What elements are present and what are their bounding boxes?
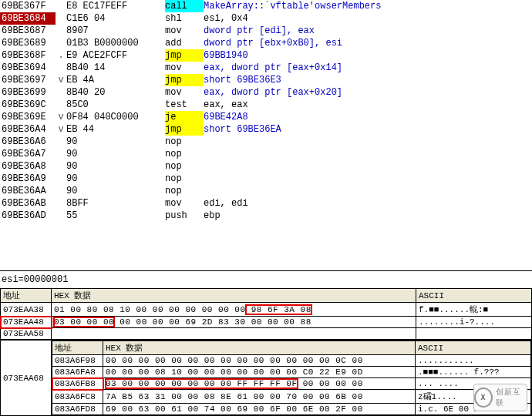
- watermark-logo: X创新互联: [473, 384, 527, 411]
- disasm-row[interactable]: 69BE36A990nop: [0, 173, 532, 185]
- mnemonic-cell: nop: [165, 160, 204, 173]
- dump-row[interactable]: 083A6FB803 00 00 00 00 00 00 00 FF FF FF…: [52, 378, 531, 390]
- disasm-row[interactable]: 69BE3684C1E6 04shlesi, 0x4: [0, 12, 532, 25]
- disassembly-listing[interactable]: 69BE367FE8 EC17FEFFcallMakeArray::`vftab…: [0, 0, 532, 271]
- dump-hex: 03 00 00 00 00 00 00 00 69 2D 83 30 00 0…: [52, 317, 416, 328]
- bytes-cell: 85C0: [66, 99, 165, 111]
- disasm-row[interactable]: 69BE36AA90nop: [0, 185, 532, 197]
- disasm-row[interactable]: 69BE36AB8BFFmovedi, edi: [0, 197, 532, 210]
- operand-cell: MakeArray::`vftable'owserMembers: [204, 0, 532, 12]
- addr-cell: 69BE36AD: [0, 210, 56, 222]
- disasm-row[interactable]: 69BE36A4vEB 44jmpshort 69BE36EA: [0, 123, 532, 136]
- addr-cell: 69BE3689: [0, 37, 56, 49]
- addr-cell: 69BE368F: [0, 49, 56, 62]
- dump-addr: 073EAA38: [1, 303, 52, 317]
- operand-cell: dword ptr [ebx+0xB0], esi: [204, 37, 532, 49]
- addr-cell: 69BE3697: [0, 74, 56, 86]
- dump-row[interactable]: 083A6FA800 00 00 08 10 00 00 00 00 00 00…: [52, 367, 531, 378]
- col-header-address: 地址: [1, 289, 52, 303]
- dump-row[interactable]: 083A6F9800 00 00 00 00 00 00 00 00 00 00…: [52, 355, 531, 367]
- mnemonic-cell: je: [165, 111, 204, 123]
- mnemonic-cell: nop: [165, 173, 204, 185]
- dump-ascii: ........i-?....: [416, 317, 532, 328]
- bytes-cell: 8BFF: [66, 197, 165, 210]
- disasm-row[interactable]: 69BE36A890nop: [0, 160, 532, 173]
- disasm-row[interactable]: 69BE36AD55pushebp: [0, 210, 532, 222]
- dump-hex: 00 00 00 08 10 00 00 00 00 00 00 00 C0 2…: [103, 367, 416, 378]
- disasm-row[interactable]: 69BE368F.E9 ACE2FCFFjmp69BB1940: [0, 49, 532, 62]
- dump-hex: 69 00 63 00 61 00 74 00 69 00 6F 00 6E 0…: [103, 404, 416, 415]
- mnemonic-cell: jmp: [165, 49, 204, 62]
- hex-dump-table-2[interactable]: 地址HEX 数据ASCII083A6F9800 00 00 00 00 00 0…: [52, 341, 531, 415]
- mnemonic-cell: call: [165, 0, 204, 12]
- mnemonic-cell: nop: [165, 185, 204, 197]
- bytes-cell: E8 EC17FEFF: [66, 0, 165, 12]
- dump-row[interactable]: 073EAA58: [1, 328, 532, 340]
- bytes-cell: 01B3 B0000000: [66, 37, 165, 49]
- addr-cell: 69BE36AB: [0, 197, 56, 210]
- operand-cell: edi, edi: [204, 197, 532, 210]
- mnemonic-cell: mov: [165, 197, 204, 210]
- col-header-ascii: ASCII: [416, 289, 532, 303]
- dump-ascii: [416, 328, 532, 340]
- dump-addr: 083A6FD8: [52, 404, 103, 415]
- dump-ascii: f.■■......輥:■: [416, 303, 532, 317]
- operand-cell: eax, dword ptr [eax+0x14]: [204, 62, 532, 74]
- disasm-row[interactable]: 69BE36A790nop: [0, 148, 532, 160]
- bytes-cell: C1E6 04: [66, 12, 165, 25]
- addr-cell: 69BE3687: [0, 25, 56, 37]
- disasm-row[interactable]: 69BE36A690nop: [0, 136, 532, 148]
- operand-cell: short 69BE36EA: [204, 123, 532, 136]
- operand-cell: dword ptr [edi], eax: [204, 25, 532, 37]
- mnemonic-cell: nop: [165, 136, 204, 148]
- addr-cell: 69BE36A6: [0, 136, 56, 148]
- dump-row[interactable]: 073EAA3801 00 80 08 10 00 00 00 00 00 00…: [1, 303, 532, 317]
- dump-row[interactable]: 083A6FD869 00 63 00 61 00 74 00 69 00 6F…: [52, 404, 531, 415]
- addr-cell: 69BE36AA: [0, 185, 56, 197]
- addr-cell: 69BE3699: [0, 86, 56, 99]
- dump-hex: 03 00 00 00 00 00 00 00 FF FF FF 0F 00 0…: [103, 378, 416, 390]
- disasm-row[interactable]: 69BE368901B3 B0000000adddword ptr [ebx+0…: [0, 37, 532, 49]
- disasm-row[interactable]: 69BE369Ev0F84 040C0000je69BE42A8: [0, 111, 532, 123]
- disasm-row[interactable]: 69BE3697vEB 4Ajmpshort 69BE36E3: [0, 74, 532, 86]
- addr-cell: 69BE36A8: [0, 160, 56, 173]
- dump-hex: [52, 328, 416, 340]
- disasm-row[interactable]: 69BE367FE8 EC17FEFFcallMakeArray::`vftab…: [0, 0, 532, 12]
- bytes-cell: EB 44: [66, 123, 165, 136]
- bytes-cell: 90: [66, 160, 165, 173]
- gutter-arrow: .: [56, 49, 66, 62]
- dump-hex: 00 00 00 00 00 00 00 00 00 00 00 00 00 0…: [103, 355, 416, 367]
- disasm-row[interactable]: 69BE36878907movdword ptr [edi], eax: [0, 25, 532, 37]
- bytes-cell: 8B40 14: [66, 62, 165, 74]
- dump-addr: 083A6F98: [52, 355, 103, 367]
- dump-hex: 01 00 80 08 10 00 00 00 00 00 00 00 98 6…: [52, 303, 416, 317]
- dump-addr: 083A6FA8: [52, 367, 103, 378]
- gutter-arrow: v: [56, 74, 66, 86]
- disasm-row[interactable]: 69BE36948B40 14moveax, dword ptr [eax+0x…: [0, 62, 532, 74]
- bytes-cell: 8907: [66, 25, 165, 37]
- dump-addr: 083A6FB8: [52, 378, 103, 390]
- mnemonic-cell: mov: [165, 86, 204, 99]
- hex-dump-table-1[interactable]: 地址 HEX 数据 ASCII 073EAA3801 00 80 08 10 0…: [0, 288, 532, 340]
- col-header-addr: 地址: [52, 341, 103, 355]
- addr-cell: 69BE36A4: [0, 123, 56, 136]
- dump-addr: 073EAA58: [1, 328, 52, 340]
- disasm-row[interactable]: 69BE36998B40 20moveax, dword ptr [eax+0x…: [0, 86, 532, 99]
- outer-addr: 073EAA68: [1, 341, 52, 416]
- bytes-cell: 90: [66, 185, 165, 197]
- addr-cell: 69BE369E: [0, 111, 56, 123]
- mnemonic-cell: mov: [165, 62, 204, 74]
- mnemonic-cell: nop: [165, 148, 204, 160]
- dump-row[interactable]: 073EAA4803 00 00 00 00 00 00 00 69 2D 83…: [1, 317, 532, 328]
- operand-cell: 69BE42A8: [204, 111, 532, 123]
- bytes-cell: 8B40 20: [66, 86, 165, 99]
- dump-row[interactable]: 083A6FC87A B5 63 31 00 00 08 8E 61 00 00…: [52, 390, 531, 404]
- addr-cell: 69BE369C: [0, 99, 56, 111]
- mnemonic-cell: jmp: [165, 123, 204, 136]
- hex-dump-table-2-outer[interactable]: 073EAA68地址HEX 数据ASCII083A6F9800 00 00 00…: [0, 340, 532, 416]
- register-status-line: esi=00000001: [0, 271, 532, 288]
- disasm-row[interactable]: 69BE369C85C0testeax, eax: [0, 99, 532, 111]
- mnemonic-cell: push: [165, 210, 204, 222]
- dump-addr: 083A6FC8: [52, 390, 103, 404]
- dump-hex: 7A B5 63 31 00 00 08 8E 61 00 00 70 00 0…: [103, 390, 416, 404]
